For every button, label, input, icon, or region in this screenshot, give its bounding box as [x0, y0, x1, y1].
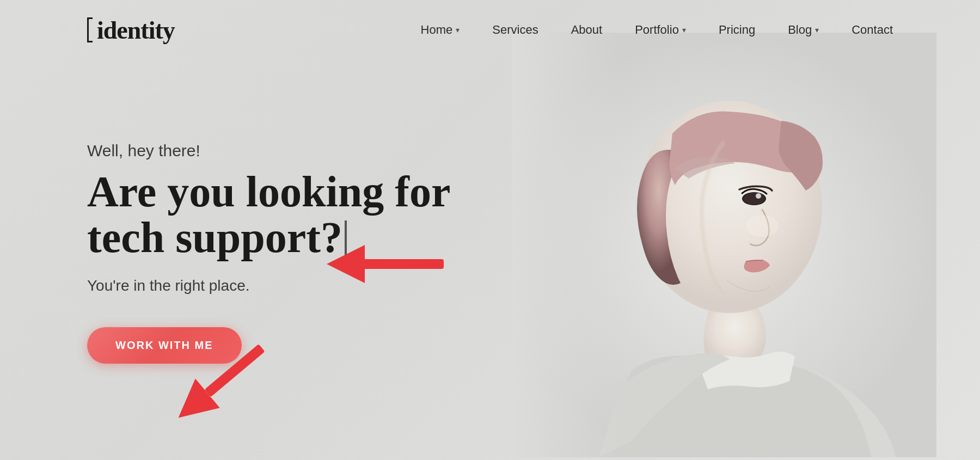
person-image [512, 33, 936, 457]
arrow-to-cursor [327, 245, 446, 285]
nav-item-home[interactable]: Home ▾ [421, 23, 460, 37]
logo-text: identity [97, 16, 175, 45]
logo-bracket-icon [87, 17, 93, 42]
nav-portfolio-label: Portfolio [635, 23, 679, 37]
logo[interactable]: identity [87, 16, 175, 45]
nav-item-pricing[interactable]: Pricing [719, 23, 755, 37]
nav-pricing-label: Pricing [719, 23, 755, 37]
nav-about-label: About [571, 23, 603, 37]
page-wrapper: identity Home ▾ Services About Portfolio… [0, 0, 980, 460]
svg-point-10 [746, 215, 779, 237]
nav-item-portfolio[interactable]: Portfolio ▾ [635, 23, 686, 37]
svg-point-9 [756, 193, 761, 199]
header: identity Home ▾ Services About Portfolio… [0, 0, 980, 60]
svg-rect-2 [204, 344, 265, 397]
hero-title-line2: tech support? [87, 213, 342, 261]
hero-title-line1: Are you looking for [87, 168, 450, 216]
chevron-down-icon: ▾ [456, 26, 460, 34]
nav-item-about[interactable]: About [571, 23, 603, 37]
nav-home-label: Home [421, 23, 453, 37]
main-nav: Home ▾ Services About Portfolio ▾ Pricin… [421, 23, 893, 37]
person-fade-overlay [512, 33, 621, 457]
chevron-down-icon: ▾ [682, 26, 686, 34]
arrow-to-button [169, 338, 278, 438]
nav-item-services[interactable]: Services [492, 23, 538, 37]
nav-item-contact[interactable]: Contact [852, 23, 893, 37]
hero-subtitle: Well, hey there! [87, 142, 450, 160]
nav-item-blog[interactable]: Blog ▾ [788, 23, 819, 37]
svg-point-8 [743, 193, 765, 205]
svg-rect-0 [359, 259, 444, 269]
nav-contact-label: Contact [852, 23, 893, 37]
nav-services-label: Services [492, 23, 538, 37]
chevron-down-icon: ▾ [815, 26, 819, 34]
svg-marker-1 [327, 245, 365, 283]
nav-blog-label: Blog [788, 23, 812, 37]
